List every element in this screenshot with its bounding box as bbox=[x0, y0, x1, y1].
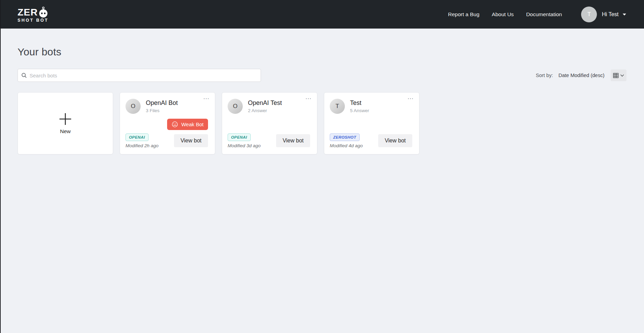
view-bot-button[interactable]: View bot bbox=[174, 134, 208, 147]
sort-by-label: Sort by: bbox=[536, 73, 553, 78]
bot-type-tag: OPENAI bbox=[228, 133, 251, 141]
bot-type-tag: OPENAI bbox=[125, 133, 149, 141]
modified-timestamp: Modified 4d ago bbox=[330, 143, 363, 148]
bot-name: Test bbox=[350, 99, 369, 107]
bot-name: OpenAI Bot bbox=[146, 99, 178, 107]
user-menu[interactable]: T Hi Test bbox=[581, 7, 626, 22]
card-header: O OpenAI Test 2 Answer bbox=[228, 99, 310, 114]
card-header: O OpenAI Bot 3 Files bbox=[125, 99, 208, 114]
sort-controls: Sort by: Date Modified (desc) bbox=[536, 69, 626, 81]
sort-value-dropdown[interactable]: Date Modified (desc) bbox=[558, 73, 604, 78]
chevron-down-icon bbox=[620, 74, 624, 77]
more-options-icon[interactable]: ⋯ bbox=[407, 95, 414, 103]
nav-report-a-bug[interactable]: Report a Bug bbox=[448, 11, 479, 18]
bot-meta: 2 Answer bbox=[248, 108, 282, 113]
zeroshotbot-logo[interactable]: ZER SHOT BOT bbox=[18, 6, 48, 23]
bot-card-openai-test[interactable]: ⋯ O OpenAI Test 2 Answer OPENAI Modified… bbox=[222, 92, 317, 154]
main-nav: Report a Bug About Us Documentation bbox=[448, 11, 562, 18]
search-input[interactable] bbox=[18, 69, 261, 82]
bot-meta: 5 Answer bbox=[350, 108, 369, 113]
bot-meta: 3 Files bbox=[146, 108, 178, 113]
modified-timestamp: Modified 2h ago bbox=[125, 143, 159, 148]
tag-and-modified: ZEROSHOT Modified 4d ago bbox=[330, 133, 363, 148]
weak-bot-label: Weak Bot bbox=[181, 121, 204, 127]
modified-timestamp: Modified 3d ago bbox=[228, 143, 261, 148]
view-bot-button[interactable]: View bot bbox=[276, 134, 310, 147]
plus-icon bbox=[58, 112, 72, 126]
robot-head-icon bbox=[38, 6, 48, 18]
tag-and-modified: OPENAI Modified 3d ago bbox=[228, 133, 261, 148]
search-icon bbox=[21, 73, 27, 79]
sad-face-icon bbox=[172, 121, 178, 128]
card-header: T Test 5 Answer bbox=[330, 99, 412, 114]
logo-text-zero: ZER bbox=[18, 8, 38, 17]
tag-and-modified: OPENAI Modified 2h ago bbox=[125, 133, 159, 148]
more-options-icon[interactable]: ⋯ bbox=[305, 95, 312, 103]
bot-type-tag: ZEROSHOT bbox=[330, 133, 360, 141]
bot-avatar: O bbox=[125, 99, 141, 114]
bot-name: OpenAI Test bbox=[248, 99, 282, 107]
search-container bbox=[18, 69, 261, 82]
bot-card-test[interactable]: ⋯ T Test 5 Answer ZEROSHOT Modified 4d a… bbox=[324, 92, 419, 154]
weak-bot-badge: Weak Bot bbox=[167, 119, 208, 130]
more-options-icon[interactable]: ⋯ bbox=[203, 95, 210, 103]
card-footer: OPENAI Modified 3d ago View bot bbox=[228, 133, 310, 148]
new-bot-card[interactable]: New bbox=[18, 92, 113, 154]
badge-row: Weak Bot bbox=[125, 119, 208, 130]
nav-about-us[interactable]: About Us bbox=[492, 11, 514, 18]
nav-documentation[interactable]: Documentation bbox=[526, 11, 562, 18]
grid-view-toggle-button[interactable] bbox=[611, 69, 626, 81]
page-title: Your bots bbox=[18, 46, 626, 58]
card-footer: ZEROSHOT Modified 4d ago View bot bbox=[330, 133, 412, 148]
grid-icon bbox=[613, 73, 619, 78]
bot-avatar: O bbox=[228, 99, 243, 114]
toolbar: Sort by: Date Modified (desc) bbox=[18, 69, 626, 82]
top-navigation-bar: ZER SHOT BOT Report a Bug About Us Docum… bbox=[0, 0, 644, 29]
user-avatar[interactable]: T bbox=[581, 7, 597, 22]
user-greeting: Hi Test bbox=[602, 11, 619, 18]
main-content: Your bots Sort by: Date Modified (desc) bbox=[0, 46, 644, 154]
new-card-label: New bbox=[60, 128, 70, 135]
chevron-down-icon bbox=[622, 13, 626, 16]
bot-avatar: T bbox=[330, 99, 345, 114]
bot-card-openai-bot[interactable]: ⋯ O OpenAI Bot 3 Files Weak Bot bbox=[120, 92, 215, 154]
view-bot-button[interactable]: View bot bbox=[378, 134, 412, 147]
bot-card-grid: New ⋯ O OpenAI Bot 3 Files bbox=[18, 92, 626, 154]
card-footer: OPENAI Modified 2h ago View bot bbox=[125, 133, 208, 148]
logo-text-shotbot: SHOT BOT bbox=[18, 18, 48, 23]
